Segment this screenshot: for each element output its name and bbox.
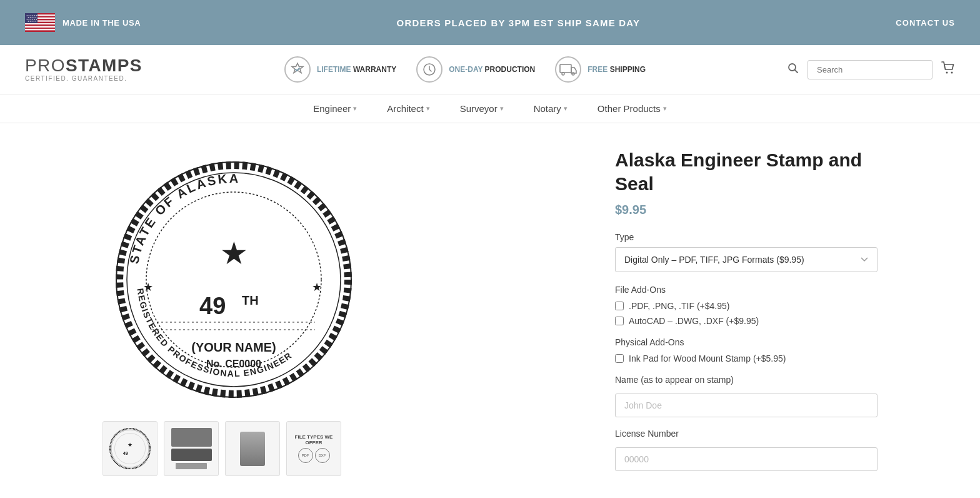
top-banner: ★★★★★★ ★★★★★ ★★★★★★ ★★★★★ MADE IN THE US…	[0, 0, 980, 45]
physical-addon-inkpad-label: Ink Pad for Wood Mount Stamp (+$5.95)	[629, 353, 786, 363]
file-addon-autocad: AutoCAD – .DWG, .DXF (+$9.95)	[615, 316, 878, 326]
header: PRO STAMPS CERTIFIED. GUARANTEED. LIFETI…	[0, 45, 980, 94]
thumbnail-4[interactable]: FILE TYPES WE OFFER PDF DXF	[286, 421, 341, 476]
product-details: Alaska Engineer Stamp and Seal $9.95 Typ…	[615, 148, 878, 482]
svg-point-45	[115, 434, 146, 464]
stamp-image: STATE OF ALASKA ★ ★ ★ 49 TH (YOUR NAME) …	[102, 148, 365, 411]
physical-addons-section: Physical Add-Ons Ink Pad for Wood Mount …	[615, 337, 878, 363]
svg-point-42	[110, 429, 150, 469]
shipping-icon	[555, 56, 581, 83]
svg-rect-11	[25, 29, 55, 30]
file-addon-pdf-checkbox[interactable]	[615, 302, 624, 310]
thumbnail-1[interactable]: ★ 49	[102, 421, 158, 476]
svg-text:(YOUR NAME): (YOUR NAME)	[191, 340, 276, 354]
svg-point-28	[124, 170, 343, 389]
one-day-production-badge: ONE-DAY PRODUCTION	[416, 56, 535, 83]
name-field-section: Name (as to appear on stamp)	[615, 375, 878, 417]
logo-pro: PRO	[25, 57, 66, 74]
production-icon	[416, 56, 442, 83]
contact-us-link[interactable]: CONTACT US	[896, 18, 955, 28]
svg-line-23	[795, 69, 798, 73]
chevron-down-icon: ▾	[426, 104, 430, 113]
cart-icon[interactable]	[941, 61, 955, 78]
production-text: ONE-DAY PRODUCTION	[449, 64, 535, 75]
chevron-down-icon: ▾	[353, 104, 357, 113]
svg-point-43	[111, 429, 149, 467]
svg-point-24	[946, 71, 948, 73]
us-flag-icon: ★★★★★★ ★★★★★ ★★★★★★ ★★★★★	[25, 13, 55, 32]
product-thumbnails: ★ 49 FILE TYPES WE	[102, 421, 578, 476]
physical-addon-inkpad: Ink Pad for Wood Mount Stamp (+$5.95)	[615, 353, 878, 363]
svg-text:★: ★	[128, 442, 132, 448]
svg-rect-9	[25, 26, 55, 28]
product-image-section: STATE OF ALASKA ★ ★ ★ 49 TH (YOUR NAME) …	[102, 148, 578, 482]
search-icon-button[interactable]	[788, 63, 799, 77]
file-addon-pdf-label: .PDF, .PNG, .TIF (+$4.95)	[629, 301, 729, 311]
license-input[interactable]	[615, 447, 878, 471]
type-select[interactable]: Digital Only – PDF, TIFF, JPG Formats ($…	[615, 247, 878, 272]
file-addons-section: File Add-Ons .PDF, .PNG, .TIF (+$4.95) A…	[615, 285, 878, 326]
svg-text:49: 49	[123, 450, 128, 456]
nav-notary[interactable]: Notary ▾	[534, 103, 568, 114]
lifetime-warranty-badge: LIFETIME WARRANTY	[284, 56, 396, 83]
svg-point-44	[111, 430, 149, 467]
product-title: Alaska Engineer Stamp and Seal	[615, 148, 878, 195]
svg-text:49: 49	[199, 293, 226, 319]
svg-text:★: ★	[220, 236, 248, 271]
nav-surveyor[interactable]: Surveyor ▾	[460, 103, 504, 114]
svg-rect-10	[25, 28, 55, 29]
svg-text:TH: TH	[242, 293, 259, 307]
svg-rect-8	[25, 24, 55, 26]
search-input[interactable]	[808, 60, 932, 79]
svg-text:★★★★★: ★★★★★	[28, 20, 37, 23]
thumbnail-3[interactable]	[225, 421, 280, 476]
made-in-usa-text: MADE IN THE USA	[62, 18, 141, 28]
file-addons-label: File Add-Ons	[615, 285, 878, 295]
nav-other-products[interactable]: Other Products ▾	[598, 103, 667, 114]
file-addon-autocad-label: AutoCAD – .DWG, .DXF (+$9.95)	[629, 316, 759, 326]
free-shipping-badge: FREE SHIPPING	[555, 56, 646, 83]
nav-engineer[interactable]: Engineer ▾	[313, 103, 357, 114]
svg-point-21	[572, 73, 574, 75]
license-field-label: License Number	[615, 429, 878, 439]
header-badges: LIFETIME WARRANTY ONE-DAY PRODUCTION	[284, 56, 646, 83]
logo[interactable]: PRO STAMPS CERTIFIED. GUARANTEED.	[25, 57, 142, 82]
logo-stamps: STAMPS	[66, 57, 142, 74]
chevron-down-icon: ▾	[564, 104, 568, 113]
license-field-section: License Number	[615, 429, 878, 471]
shipping-text: FREE SHIPPING	[588, 64, 646, 75]
type-label: Type	[615, 232, 878, 242]
file-addon-autocad-checkbox[interactable]	[615, 317, 624, 325]
svg-rect-12	[25, 31, 55, 32]
svg-rect-19	[560, 64, 571, 73]
product-price: $9.95	[615, 203, 878, 217]
svg-point-25	[951, 71, 953, 73]
name-input[interactable]	[615, 394, 878, 417]
main-nav: Engineer ▾ Architect ▾ Surveyor ▾ Notary…	[0, 94, 980, 123]
physical-addon-inkpad-checkbox[interactable]	[615, 354, 624, 363]
physical-addons-label: Physical Add-Ons	[615, 337, 878, 347]
header-right	[788, 60, 955, 79]
stamp-svg: STATE OF ALASKA ★ ★ ★ 49 TH (YOUR NAME) …	[109, 155, 359, 405]
name-field-label: Name (as to appear on stamp)	[615, 375, 878, 385]
logo-sub: CERTIFIED. GUARANTEED.	[25, 76, 142, 82]
main-content: STATE OF ALASKA ★ ★ ★ 49 TH (YOUR NAME) …	[52, 123, 928, 498]
file-addon-pdf: .PDF, .PNG, .TIF (+$4.95)	[615, 301, 878, 311]
chevron-down-icon: ▾	[500, 104, 504, 113]
chevron-down-icon: ▾	[663, 104, 667, 113]
svg-text:★: ★	[312, 281, 322, 293]
promo-text: ORDERS PLACED BY 3PM EST SHIP SAME DAY	[397, 18, 641, 28]
nav-architect[interactable]: Architect ▾	[387, 103, 429, 114]
made-in-usa-section: ★★★★★★ ★★★★★ ★★★★★★ ★★★★★ MADE IN THE US…	[25, 13, 141, 32]
svg-rect-7	[25, 23, 55, 24]
warranty-text: LIFETIME WARRANTY	[317, 64, 396, 75]
thumbnail-2[interactable]	[164, 421, 219, 476]
warranty-icon	[284, 56, 311, 83]
svg-point-20	[562, 73, 564, 75]
